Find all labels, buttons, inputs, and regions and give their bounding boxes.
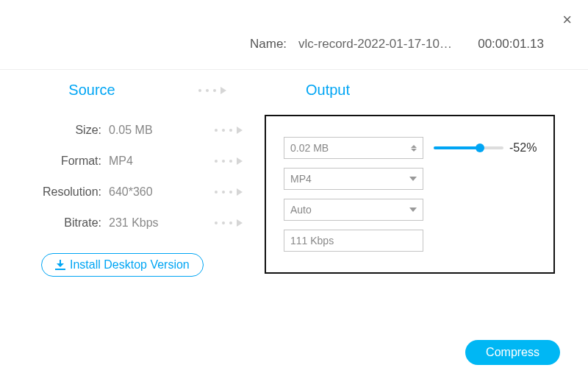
source-column-title: Source	[0, 82, 184, 99]
arrow-icon	[200, 157, 243, 165]
header-bar: Name: vlc-record-2022-01-17-10… 00:00:01…	[0, 0, 588, 70]
download-icon	[55, 260, 65, 270]
compression-percent: -52%	[509, 141, 537, 155]
output-bitrate-value: 111 Kbps	[290, 235, 334, 247]
name-value: vlc-record-2022-01-17-10…	[298, 37, 452, 52]
arrow-icon	[200, 219, 243, 227]
name-label: Name:	[250, 37, 287, 52]
output-format-select[interactable]: MP4	[284, 168, 423, 190]
arrow-icon	[200, 127, 243, 134]
chevron-down-icon	[409, 177, 417, 181]
compress-button[interactable]: Compress	[465, 340, 560, 365]
chevron-down-icon	[409, 208, 417, 212]
output-format-value: MP4	[290, 173, 312, 185]
output-resolution-select[interactable]: Auto	[284, 199, 423, 221]
format-label: Format:	[22, 155, 101, 168]
duration-value: 00:00:01.13	[478, 37, 544, 52]
size-slider[interactable]	[434, 146, 503, 149]
output-bitrate-input[interactable]: 111 Kbps	[284, 230, 423, 252]
source-panel: Size: 0.05 MB Format: MP4 Resolution: 64…	[22, 115, 243, 277]
output-size-stepper[interactable]: 0.02 MB	[284, 137, 423, 159]
output-size-value: 0.02 MB	[290, 142, 329, 154]
resolution-label: Resolution:	[22, 185, 101, 199]
arrow-icon	[184, 87, 226, 94]
format-value: MP4	[109, 155, 193, 168]
install-desktop-button[interactable]: Install Desktop Version	[41, 253, 204, 277]
install-desktop-label: Install Desktop Version	[70, 258, 190, 272]
output-panel: 0.02 MB -52% MP4 Auto 111	[265, 115, 555, 274]
size-label: Size:	[22, 124, 101, 137]
resolution-value: 640*360	[109, 185, 193, 199]
arrow-icon	[200, 188, 243, 196]
output-resolution-value: Auto	[290, 204, 312, 216]
output-column-title: Output	[226, 82, 350, 99]
bitrate-label: Bitrate:	[22, 216, 101, 230]
stepper-icon	[411, 145, 417, 152]
columns-header: Source Output	[0, 70, 588, 115]
size-value: 0.05 MB	[109, 124, 193, 137]
bitrate-value: 231 Kbps	[109, 216, 193, 230]
close-icon[interactable]: ×	[562, 10, 572, 29]
